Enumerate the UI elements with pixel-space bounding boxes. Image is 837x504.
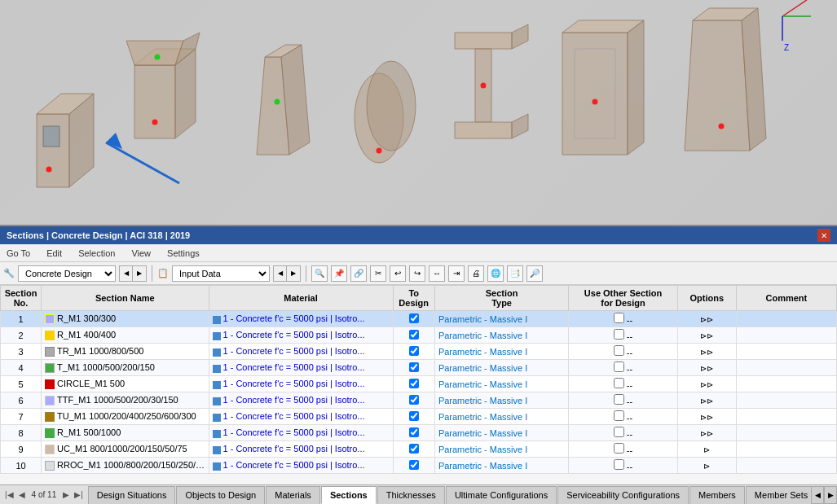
to-design-checkbox[interactable] — [409, 313, 419, 323]
option-btn-1[interactable]: ⊳ — [700, 331, 707, 340]
tab-members[interactable]: Members — [689, 486, 745, 504]
cell-use-other[interactable]: -- — [569, 392, 678, 409]
to-design-checkbox[interactable] — [409, 362, 419, 372]
cell-options[interactable]: ⊳⊳ — [677, 311, 736, 327]
inputdata-nav-next[interactable]: ▶ — [287, 266, 300, 281]
cell-use-other[interactable]: -- — [569, 311, 678, 327]
option-btn-2[interactable]: ⊳ — [707, 397, 713, 405]
toolbar-btn-11[interactable]: 📑 — [507, 265, 523, 282]
to-design-checkbox[interactable] — [409, 379, 419, 388]
cell-options[interactable]: ⊳⊳ — [677, 327, 736, 344]
cell-use-other[interactable]: -- — [569, 441, 678, 458]
toolbar-btn-12[interactable]: 🔎 — [526, 265, 543, 282]
cell-options[interactable]: ⊳⊳ — [677, 392, 736, 409]
to-design-checkbox[interactable] — [409, 444, 419, 454]
cell-options[interactable]: ⊳⊳ — [677, 344, 736, 360]
cell-options[interactable]: ⊳⊳ — [677, 376, 736, 392]
use-other-checkbox[interactable] — [614, 378, 624, 388]
tab-member-sets[interactable]: Member Sets — [746, 486, 811, 504]
table-row[interactable]: 3TR_M1 1000/800/5001 - Concrete f'c = 50… — [1, 344, 837, 360]
to-design-checkbox[interactable] — [409, 460, 419, 470]
use-other-checkbox[interactable] — [614, 410, 624, 421]
cell-to-design[interactable] — [393, 425, 434, 441]
tab-ultimate-configurations[interactable]: Ultimate Configurations — [446, 486, 557, 504]
option-btn-1[interactable]: ⊳ — [700, 413, 707, 422]
option-btn-2[interactable]: ⊳ — [707, 364, 713, 373]
close-button[interactable]: ✕ — [817, 229, 830, 242]
use-other-checkbox[interactable] — [614, 362, 624, 372]
tab-objects-to-design[interactable]: Objects to Design — [176, 486, 265, 504]
cell-options[interactable]: ⊳⊳ — [677, 360, 736, 376]
option-btn-1[interactable]: ⊳ — [700, 429, 707, 438]
toolbar-btn-6[interactable]: ↪ — [409, 265, 425, 282]
cell-to-design[interactable] — [393, 360, 434, 376]
to-design-checkbox[interactable] — [409, 346, 419, 356]
cell-to-design[interactable] — [393, 376, 434, 392]
design-nav-next[interactable]: ▶ — [133, 266, 146, 281]
table-row[interactable]: 8R_M1 500/10001 - Concrete f'c = 5000 ps… — [1, 425, 837, 441]
option-btn-1[interactable]: ⊳ — [703, 462, 710, 471]
to-design-checkbox[interactable] — [409, 395, 419, 405]
option-btn-2[interactable]: ⊳ — [707, 380, 713, 389]
option-btn-2[interactable]: ⊳ — [707, 348, 713, 357]
cell-use-other[interactable]: -- — [569, 344, 678, 360]
toolbar-btn-4[interactable]: ✂ — [370, 265, 386, 282]
menu-settings[interactable]: Settings — [164, 248, 203, 259]
tab-serviceability-configurations[interactable]: Serviceability Configurations — [557, 486, 689, 504]
to-design-checkbox[interactable] — [409, 427, 419, 437]
cell-use-other[interactable]: -- — [569, 458, 678, 474]
inputdata-dropdown[interactable]: Input Data — [172, 265, 270, 282]
table-row[interactable]: 7TU_M1 1000/200/400/250/600/3001 - Concr… — [1, 409, 837, 425]
cell-to-design[interactable] — [393, 327, 434, 344]
inputdata-nav[interactable]: ◀ ▶ — [273, 265, 301, 282]
toolbar-btn-5[interactable]: ↩ — [390, 265, 406, 282]
table-row[interactable]: 4T_M1 1000/500/200/1501 - Concrete f'c =… — [1, 360, 837, 376]
tab-scroll-left[interactable]: ◀ — [811, 486, 824, 504]
option-btn-1[interactable]: ⊳ — [700, 364, 707, 373]
design-dropdown[interactable]: Concrete Design — [18, 265, 116, 282]
cell-to-design[interactable] — [393, 441, 434, 458]
option-btn-1[interactable]: ⊳ — [700, 348, 707, 357]
cell-options[interactable]: ⊳⊳ — [677, 425, 736, 441]
tab-nav-last[interactable]: ▶| — [73, 490, 85, 499]
table-row[interactable]: 6TTF_M1 1000/500/200/30/1501 - Concrete … — [1, 392, 837, 409]
table-row[interactable]: 5CIRCLE_M1 5001 - Concrete f'c = 5000 ps… — [1, 376, 837, 392]
option-btn-2[interactable]: ⊳ — [707, 331, 713, 340]
cell-use-other[interactable]: -- — [569, 425, 678, 441]
cell-use-other[interactable]: -- — [569, 376, 678, 392]
use-other-checkbox[interactable] — [614, 459, 624, 470]
tab-nav-next[interactable]: ▶ — [61, 490, 71, 499]
tab-nav-first[interactable]: |◀ — [3, 490, 15, 499]
tab-nav-prev[interactable]: ◀ — [17, 490, 27, 499]
table-row[interactable]: 10RROC_M1 1000/800/200/150/250/1000...1 … — [1, 458, 837, 474]
cell-to-design[interactable] — [393, 458, 434, 474]
menu-goto[interactable]: Go To — [3, 248, 33, 259]
toolbar-btn-9[interactable]: 🖨 — [468, 265, 484, 282]
option-btn-2[interactable]: ⊳ — [707, 429, 713, 438]
option-btn-1[interactable]: ⊳ — [700, 315, 707, 324]
option-btn-2[interactable]: ⊳ — [707, 315, 713, 324]
inputdata-nav-prev[interactable]: ◀ — [274, 266, 287, 281]
to-design-checkbox[interactable] — [409, 330, 419, 340]
cell-to-design[interactable] — [393, 392, 434, 409]
option-btn-1[interactable]: ⊳ — [700, 380, 707, 389]
cell-use-other[interactable]: -- — [569, 360, 678, 376]
option-btn-1[interactable]: ⊳ — [703, 445, 710, 454]
table-row[interactable]: 1R_M1 300/3001 - Concrete f'c = 5000 psi… — [1, 311, 837, 327]
toolbar-btn-7[interactable]: ↔ — [429, 265, 445, 282]
tab-scroll-right-btn[interactable]: ▶ — [824, 486, 837, 504]
option-btn-2[interactable]: ⊳ — [707, 413, 713, 422]
cell-to-design[interactable] — [393, 311, 434, 327]
table-row[interactable]: 9UC_M1 800/1000/200/150/50/751 - Concret… — [1, 441, 837, 458]
menu-view[interactable]: View — [128, 248, 154, 259]
cell-options[interactable]: ⊳ — [677, 458, 736, 474]
cell-use-other[interactable]: -- — [569, 409, 678, 425]
menu-selection[interactable]: Selection — [75, 248, 118, 259]
use-other-checkbox[interactable] — [614, 329, 624, 340]
cell-use-other[interactable]: -- — [569, 327, 678, 344]
toolbar-btn-8[interactable]: ⇥ — [448, 265, 465, 282]
toolbar-btn-2[interactable]: 📌 — [331, 265, 347, 282]
use-other-checkbox[interactable] — [614, 313, 624, 323]
table-row[interactable]: 2R_M1 400/4001 - Concrete f'c = 5000 psi… — [1, 327, 837, 344]
tab-design-situations[interactable]: Design Situations — [88, 486, 176, 504]
